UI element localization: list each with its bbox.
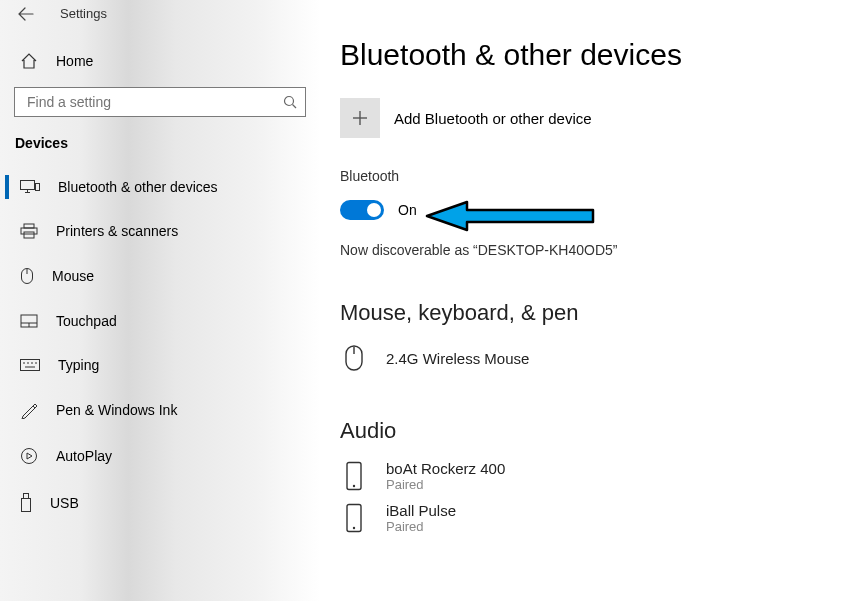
svg-rect-6 [24,224,34,228]
add-device-row[interactable]: Add Bluetooth or other device [340,98,843,138]
search-icon [283,95,297,109]
svg-marker-31 [427,202,593,230]
sidebar-section-label: Devices [0,117,320,161]
bluetooth-toggle[interactable] [340,200,384,220]
svg-point-30 [353,527,355,529]
home-icon [20,53,38,69]
device-audio-row[interactable]: iBall Pulse Paired [340,500,843,536]
svg-point-28 [353,485,355,487]
svg-point-20 [22,449,37,464]
svg-rect-2 [21,181,35,190]
svg-rect-22 [22,499,31,512]
nav-printers[interactable]: Printers & scanners [0,209,320,253]
device-status: Paired [386,519,456,534]
section-mouse-heading: Mouse, keyboard, & pen [340,300,843,326]
back-icon[interactable] [18,7,34,21]
svg-rect-21 [24,494,29,499]
mouse-icon [340,340,368,376]
svg-line-1 [293,105,297,109]
printer-icon [20,223,38,239]
keyboard-icon [20,359,40,371]
plus-icon [351,109,369,127]
usb-icon [20,493,32,513]
svg-point-0 [285,97,294,106]
discoverable-text: Now discoverable as “DESKTOP-KH40OD5” [340,242,843,258]
nav-mouse[interactable]: Mouse [0,253,320,299]
settings-sidebar: Settings Home Devices Bluetooth & oth [0,0,320,601]
svg-rect-5 [36,184,40,191]
svg-rect-7 [21,228,37,234]
phone-icon [340,500,368,536]
autoplay-icon [20,447,38,465]
annotation-arrow-icon [425,200,595,236]
devices-icon [20,180,40,194]
nav-touchpad[interactable]: Touchpad [0,299,320,343]
nav-typing[interactable]: Typing [0,343,320,387]
nav-usb[interactable]: USB [0,479,320,527]
nav-item-label: Printers & scanners [56,223,178,239]
touchpad-icon [20,314,38,328]
nav-item-label: USB [50,495,79,511]
svg-rect-14 [21,360,40,371]
device-name: 2.4G Wireless Mouse [386,350,529,367]
device-name: iBall Pulse [386,502,456,519]
phone-icon [340,458,368,494]
bluetooth-toggle-state: On [398,202,417,218]
pen-icon [20,401,38,419]
section-audio-heading: Audio [340,418,843,444]
add-device-button[interactable] [340,98,380,138]
nav-home[interactable]: Home [0,39,320,83]
nav-pen[interactable]: Pen & Windows Ink [0,387,320,433]
nav-home-label: Home [56,53,93,69]
add-device-label: Add Bluetooth or other device [394,110,592,127]
device-status: Paired [386,477,505,492]
sidebar-nav: Bluetooth & other devices Printers & sca… [0,161,320,527]
main-content: Bluetooth & other devices Add Bluetooth … [340,0,843,601]
nav-item-label: Pen & Windows Ink [56,402,177,418]
nav-bluetooth-devices[interactable]: Bluetooth & other devices [0,165,320,209]
nav-item-label: Touchpad [56,313,117,329]
search-input[interactable] [25,93,283,111]
nav-item-label: Bluetooth & other devices [58,179,218,195]
nav-item-label: Typing [58,357,99,373]
device-mouse-row[interactable]: 2.4G Wireless Mouse [340,340,843,376]
bluetooth-label: Bluetooth [340,168,843,184]
device-name: boAt Rockerz 400 [386,460,505,477]
nav-item-label: Mouse [52,268,94,284]
page-title: Bluetooth & other devices [340,38,843,72]
device-audio-row[interactable]: boAt Rockerz 400 Paired [340,458,843,494]
nav-autoplay[interactable]: AutoPlay [0,433,320,479]
search-box[interactable] [14,87,306,117]
svg-rect-8 [24,232,34,238]
window-title: Settings [60,6,107,21]
mouse-icon [20,267,34,285]
nav-item-label: AutoPlay [56,448,112,464]
